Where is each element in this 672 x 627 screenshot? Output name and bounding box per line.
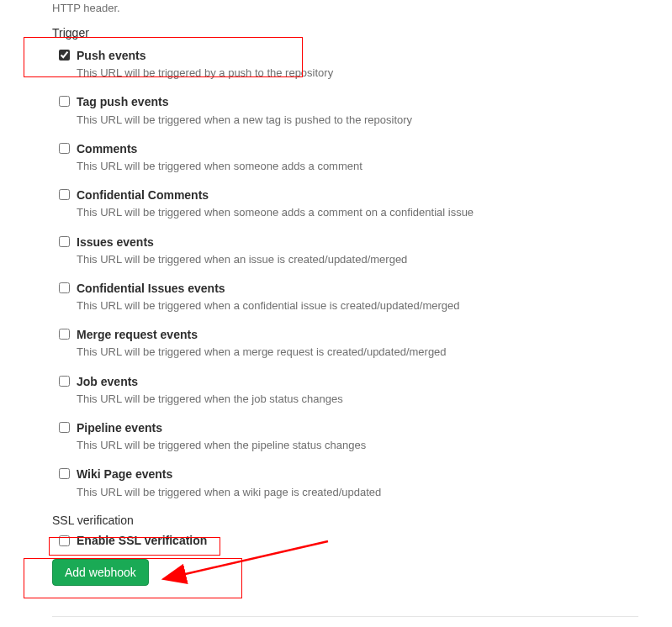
trigger-description: This URL will be triggered by a push to … bbox=[77, 66, 672, 81]
trigger-checkbox[interactable] bbox=[59, 236, 70, 247]
trigger-row: Issues events bbox=[52, 234, 672, 250]
trigger-description: This URL will be triggered when someone … bbox=[77, 205, 672, 220]
trigger-row: Comments bbox=[52, 141, 672, 156]
trigger-checkbox[interactable] bbox=[59, 376, 70, 387]
trigger-item: Confidential CommentsThis URL will be tr… bbox=[52, 187, 672, 220]
trigger-description: This URL will be triggered when a wiki p… bbox=[77, 485, 672, 500]
trigger-label: Push events bbox=[77, 48, 146, 63]
trigger-checkbox[interactable] bbox=[59, 50, 70, 61]
trigger-label: Merge request events bbox=[77, 327, 198, 342]
trigger-item: Confidential Issues eventsThis URL will … bbox=[52, 281, 672, 314]
trigger-row: Tag push events bbox=[52, 94, 672, 109]
trigger-label: Pipeline events bbox=[77, 420, 162, 435]
triggers-list: Push eventsThis URL will be triggered by… bbox=[52, 48, 672, 500]
trigger-row: Push events bbox=[52, 48, 672, 63]
trigger-item: Wiki Page eventsThis URL will be trigger… bbox=[52, 466, 672, 499]
ssl-verification-heading: SSL verification bbox=[52, 514, 672, 527]
trigger-label: Job events bbox=[77, 374, 138, 389]
trigger-row: Wiki Page events bbox=[52, 466, 672, 482]
section-divider bbox=[52, 616, 638, 617]
trigger-description: This URL will be triggered when the pipe… bbox=[77, 438, 672, 453]
trigger-description: This URL will be triggered when a new ta… bbox=[77, 113, 672, 128]
enable-ssl-label: Enable SSL verification bbox=[77, 534, 207, 547]
trigger-checkbox[interactable] bbox=[59, 468, 70, 479]
trigger-checkbox[interactable] bbox=[59, 329, 70, 340]
trigger-description: This URL will be triggered when the job … bbox=[77, 392, 672, 407]
trigger-checkbox[interactable] bbox=[59, 422, 70, 433]
trigger-item: Merge request eventsThis URL will be tri… bbox=[52, 327, 672, 360]
add-webhook-button[interactable]: Add webhook bbox=[52, 559, 149, 586]
trigger-item: Job eventsThis URL will be triggered whe… bbox=[52, 374, 672, 407]
trigger-checkbox[interactable] bbox=[59, 282, 70, 293]
ssl-verification-row: Enable SSL verification bbox=[52, 534, 672, 547]
enable-ssl-checkbox[interactable] bbox=[59, 535, 70, 546]
trigger-description: This URL will be triggered when a merge … bbox=[77, 345, 672, 360]
trigger-checkbox[interactable] bbox=[59, 189, 70, 200]
trigger-item: Tag push eventsThis URL will be triggere… bbox=[52, 94, 672, 127]
trigger-description: This URL will be triggered when a confid… bbox=[77, 298, 672, 314]
trigger-label: Confidential Issues events bbox=[77, 281, 225, 296]
trigger-row: Confidential Comments bbox=[52, 187, 672, 203]
trigger-item: Issues eventsThis URL will be triggered … bbox=[52, 234, 672, 267]
trigger-checkbox[interactable] bbox=[59, 143, 70, 154]
trigger-row: Confidential Issues events bbox=[52, 281, 672, 296]
trigger-checkbox[interactable] bbox=[59, 96, 70, 107]
trigger-heading: Trigger bbox=[52, 26, 672, 40]
trigger-row: Pipeline events bbox=[52, 420, 672, 435]
trigger-description: This URL will be triggered when someone … bbox=[77, 159, 672, 174]
trigger-label: Issues events bbox=[77, 234, 154, 250]
trigger-label: Wiki Page events bbox=[77, 466, 172, 482]
trigger-item: Pipeline eventsThis URL will be triggere… bbox=[52, 420, 672, 453]
partial-header-line: HTTP header. bbox=[52, 2, 672, 14]
trigger-label: Comments bbox=[77, 141, 137, 156]
trigger-label: Tag push events bbox=[77, 94, 168, 109]
trigger-row: Merge request events bbox=[52, 327, 672, 342]
trigger-row: Job events bbox=[52, 374, 672, 389]
trigger-description: This URL will be triggered when an issue… bbox=[77, 252, 672, 267]
trigger-label: Confidential Comments bbox=[77, 187, 209, 203]
trigger-item: CommentsThis URL will be triggered when … bbox=[52, 141, 672, 174]
trigger-item: Push eventsThis URL will be triggered by… bbox=[52, 48, 672, 81]
